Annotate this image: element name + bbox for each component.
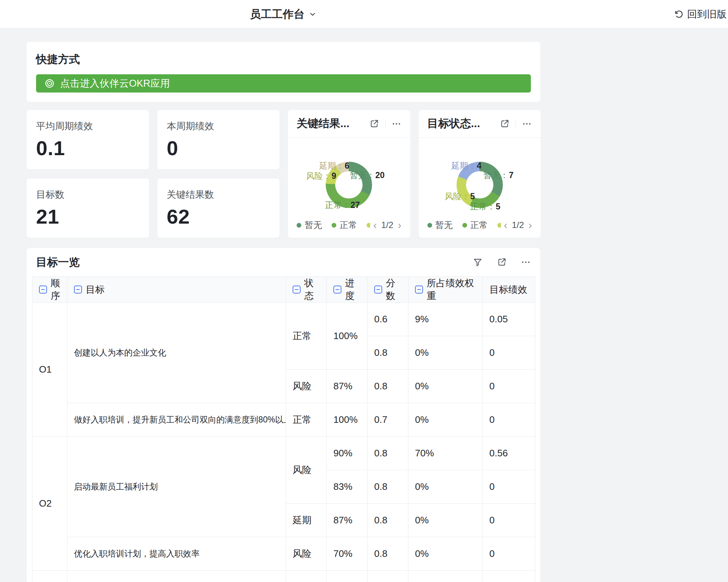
collapse-column-icon[interactable] <box>333 286 341 294</box>
legend-dot-icon <box>332 223 336 228</box>
workspace-title: 员工工作台 <box>250 7 305 22</box>
column-header-label: 分数 <box>386 277 402 302</box>
pager-prev-button[interactable]: ‹ <box>373 220 377 231</box>
table-cell: 创建以人为本的企业文化 <box>67 303 286 403</box>
stat-label: 关键结果数 <box>167 188 270 201</box>
pager-next-button[interactable]: › <box>528 220 532 231</box>
table-cell: 79% <box>327 571 368 582</box>
stat-value: 62 <box>167 205 270 228</box>
table-cell <box>32 571 67 582</box>
column-header-label: 目标 <box>86 283 105 296</box>
donut-label: 风险：5 <box>445 191 475 202</box>
pager-next-button[interactable]: › <box>398 220 402 231</box>
table-cell: 90% <box>327 437 368 470</box>
chart-card-header: 目标状态... <box>419 110 541 138</box>
pager-text: 1/2 <box>512 220 524 230</box>
stat-label: 目标数 <box>36 188 140 201</box>
table-cell: 0.8 <box>368 470 408 504</box>
shortcuts-title: 快捷方式 <box>36 52 531 67</box>
table-cell: 0.7 <box>368 403 408 437</box>
chart-footer: 暂无正常风险 ‹ 1/2 › <box>419 216 541 238</box>
table-row: 优化入职培训计划，提高入职效率风险70%0.80%0 <box>32 537 535 571</box>
divider <box>385 119 385 129</box>
table-cell: O2 <box>32 437 67 571</box>
table-cell: O1 <box>32 303 67 437</box>
back-to-old-version-button[interactable]: 回到旧版 <box>674 0 727 28</box>
stat-card-goal-count: 目标数 21 <box>27 178 149 238</box>
more-icon[interactable] <box>391 119 402 129</box>
table-cell: 0.8 <box>368 504 408 537</box>
table-cell: 0 <box>483 470 535 504</box>
stat-label: 本周期绩效 <box>167 120 270 133</box>
chevron-down-icon <box>308 10 317 19</box>
table-row: 做好入职培训，提升新员工和公司双向的满意度到80%以上正常100%0.70%0 <box>32 403 535 437</box>
table-cell: 0% <box>408 537 483 571</box>
table-cell: 0% <box>408 336 483 370</box>
table-cell: 做好入职培训，提升新员工和公司双向的满意度到80%以上 <box>67 403 286 437</box>
workspace-switcher[interactable]: 员工工作台 <box>250 0 317 28</box>
column-header: 状态 <box>286 277 327 303</box>
open-in-new-icon[interactable] <box>369 119 379 129</box>
donut-label: 暂无：20 <box>350 170 385 181</box>
table-cell: 100% <box>327 303 368 370</box>
table-cell: 延期 <box>286 504 327 537</box>
donut-label: 暂无：7 <box>484 170 514 181</box>
legend-item: 正常 <box>332 219 357 231</box>
main-content: 快捷方式 点击进入伙伴云OKR应用 平均周期绩效 0.1 本周期绩效 0 关键结… <box>27 28 540 582</box>
shortcuts-card: 快捷方式 点击进入伙伴云OKR应用 <box>27 42 540 102</box>
collapse-column-icon[interactable] <box>74 286 82 294</box>
table-cell: 启动最新员工福利计划 <box>67 437 286 537</box>
chart-title: 目标状态... <box>427 116 500 131</box>
okr-app-button-label: 点击进入伙伴云OKR应用 <box>60 77 170 90</box>
chart-body: 暂无：7正常：5风险：5延期：4 <box>419 138 541 216</box>
goal-table: 顺序目标状态进度分数所占绩效权重目标绩效 O1创建以人为本的企业文化正常100%… <box>32 276 535 582</box>
table-cell: 0.7 <box>368 571 408 582</box>
more-icon[interactable] <box>521 257 531 267</box>
table-cell: 0% <box>408 470 483 504</box>
stat-value: 21 <box>36 205 140 228</box>
column-header-label: 目标绩效 <box>489 283 527 296</box>
table-row: O1创建以人为本的企业文化正常100%0.69%0.05 <box>32 303 535 336</box>
table-cell: 0% <box>408 571 483 582</box>
donut-label: 延期：4 <box>451 160 482 172</box>
back-label: 回到旧版 <box>687 8 727 21</box>
filter-icon[interactable] <box>473 257 483 267</box>
column-header-label: 进度 <box>345 277 361 302</box>
chart-body: 暂无：20正常：27风险：9延期：6 <box>288 138 410 216</box>
collapse-column-icon[interactable] <box>415 286 423 294</box>
table-cell: 风险 <box>286 437 327 504</box>
open-in-new-icon[interactable] <box>500 119 510 129</box>
table-cell: 0.8 <box>368 370 408 403</box>
table-cell: 0 <box>483 403 535 437</box>
chart-pager: ‹ 1/2 › <box>504 220 532 231</box>
stat-label: 平均周期绩效 <box>36 120 140 133</box>
stat-card-avg-cycle-performance: 平均周期绩效 0.1 <box>27 110 149 169</box>
okr-app-button[interactable]: 点击进入伙伴云OKR应用 <box>36 74 531 93</box>
table-cell: 0.6 <box>368 303 408 336</box>
table-cell: 风险 <box>286 370 327 403</box>
column-header: 目标绩效 <box>483 277 535 303</box>
table-cell: 0.8 <box>368 437 408 470</box>
open-in-new-icon[interactable] <box>497 257 507 267</box>
goal-table-head-row: 顺序目标状态进度分数所占绩效权重目标绩效 <box>32 277 535 303</box>
table-cell: 0% <box>408 504 483 537</box>
collapse-column-icon[interactable] <box>293 286 301 294</box>
legend-item: 风险 <box>497 219 501 231</box>
table-row: 团队绩效飞速增长延期79%0.70%0 <box>32 571 535 582</box>
history-icon <box>674 9 684 19</box>
table-cell: 正常 <box>286 403 327 437</box>
collapse-column-icon[interactable] <box>374 286 382 294</box>
pager-prev-button[interactable]: ‹ <box>504 220 508 231</box>
legend-dot-icon <box>497 223 501 228</box>
legend-dot-icon <box>367 223 370 228</box>
table-cell: 70% <box>327 537 368 571</box>
table-cell: 0 <box>483 571 535 582</box>
table-cell: 风险 <box>286 537 327 571</box>
collapse-column-icon[interactable] <box>39 286 47 294</box>
stat-value: 0 <box>167 136 270 160</box>
more-icon[interactable] <box>522 119 532 129</box>
table-cell: 0 <box>483 504 535 537</box>
table-cell: 9% <box>408 303 483 336</box>
legend-dot-icon <box>297 223 301 228</box>
goal-overview-card: 目标一览 顺序目标状态进度分数所占绩效权重目标绩效 <box>27 248 540 582</box>
